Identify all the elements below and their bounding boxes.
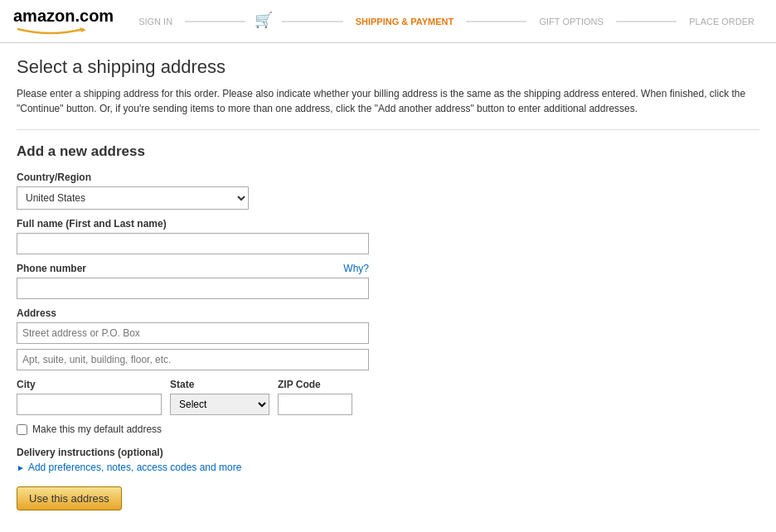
default-address-row: Make this my default address: [17, 423, 759, 435]
city-input[interactable]: [17, 394, 162, 415]
phone-group: Phone number Why?: [17, 263, 759, 299]
street-input[interactable]: [17, 322, 369, 344]
logo-smile-icon: [13, 26, 88, 36]
fullname-label: Full name (First and Last name): [17, 218, 759, 230]
step-sign-in[interactable]: SIGN IN: [130, 17, 181, 27]
address-label: Address: [17, 307, 759, 319]
country-label: Country/Region: [17, 172, 759, 183]
fullname-input[interactable]: [17, 233, 369, 254]
svg-marker-0: [80, 27, 86, 32]
address-group: Address: [17, 307, 759, 370]
delivery-link[interactable]: Add preferences, notes, access codes and…: [28, 462, 241, 473]
step-place-order[interactable]: PLACE ORDER: [681, 17, 763, 27]
section-title: Add a new address: [17, 143, 759, 160]
phone-input[interactable]: [17, 278, 369, 299]
page-description: Please enter a shipping address for this…: [17, 86, 759, 116]
fullname-group: Full name (First and Last name): [17, 218, 759, 254]
state-label: State: [170, 379, 269, 390]
nav-steps: SIGN IN 🛒 SHIPPING & PAYMENT GIFT OPTION…: [130, 12, 763, 31]
why-link[interactable]: Why?: [343, 263, 369, 274]
city-group: City: [17, 379, 162, 415]
zip-label: ZIP Code: [278, 379, 352, 390]
page-title: Select a shipping address: [17, 56, 759, 78]
chevron-right-icon: ►: [17, 463, 25, 472]
state-group: State Select AL AK AZ CA CO FL NY TX: [170, 379, 269, 415]
delivery-instructions-label: Delivery instructions (optional): [17, 447, 759, 458]
main-content: Select a shipping address Please enter a…: [0, 43, 776, 532]
divider: [17, 129, 759, 130]
progress-line-1: [185, 21, 245, 22]
progress-line-4: [616, 21, 677, 22]
delivery-instructions-section: Delivery instructions (optional) ► Add p…: [17, 447, 759, 473]
zip-group: ZIP Code: [278, 379, 352, 415]
phone-label-row: Phone number Why?: [17, 263, 369, 274]
city-label: City: [17, 379, 162, 390]
zip-input[interactable]: [278, 394, 352, 415]
progress-line-3: [466, 21, 526, 22]
city-state-zip-row: City State Select AL AK AZ CA CO FL NY T…: [17, 379, 759, 415]
logo-area: amazon.com: [13, 7, 114, 36]
logo-text: amazon.com: [13, 7, 114, 26]
delivery-link-row: ► Add preferences, notes, access codes a…: [17, 462, 759, 473]
step-gift-options[interactable]: GIFT OPTIONS: [531, 17, 611, 27]
state-select[interactable]: Select AL AK AZ CA CO FL NY TX: [170, 394, 269, 415]
phone-label: Phone number: [17, 263, 86, 274]
use-address-button[interactable]: Use this address: [17, 486, 122, 510]
country-select[interactable]: United States Canada United Kingdom Aust…: [17, 186, 249, 210]
country-group: Country/Region United States Canada Unit…: [17, 172, 759, 210]
default-address-checkbox[interactable]: [17, 424, 27, 435]
apt-input[interactable]: [17, 349, 369, 370]
progress-line-2: [282, 21, 342, 22]
step-shipping-payment[interactable]: SHIPPING & PAYMENT: [347, 17, 463, 27]
header: amazon.com SIGN IN 🛒 SHIPPING & PAYMENT …: [0, 0, 776, 43]
default-address-label[interactable]: Make this my default address: [32, 423, 162, 435]
cart-icon: 🛒: [255, 11, 273, 29]
